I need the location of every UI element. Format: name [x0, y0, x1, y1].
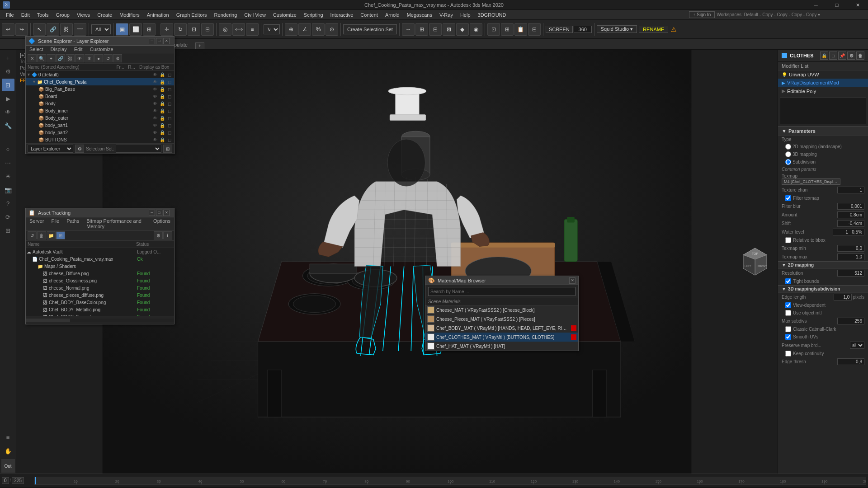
se-close-btn[interactable]: ✕ — [163, 38, 170, 44]
menu-file[interactable]: File — [3, 11, 17, 19]
keep-continuity-checkbox[interactable] — [785, 351, 791, 357]
radio-2d-mapping[interactable] — [785, 144, 791, 150]
scene-explorer-button[interactable]: ⊞ — [501, 23, 514, 36]
at-menu-file[interactable]: File — [47, 217, 63, 230]
filter-texmap-checkbox[interactable] — [785, 195, 791, 201]
se-show-hide-btn[interactable]: 👁 — [75, 54, 84, 62]
minimize-button[interactable]: ─ — [806, 0, 826, 10]
sidebar-display-icon[interactable]: 👁 — [2, 106, 14, 118]
rotate-button[interactable]: ↻ — [174, 23, 187, 36]
bind-to-space-warp-button[interactable]: 〰 — [74, 23, 86, 36]
sidebar-utilities-icon[interactable]: 🔧 — [2, 119, 14, 132]
preserve-map-select[interactable]: all — [850, 342, 864, 349]
shift-input[interactable] — [837, 220, 864, 227]
sidebar-create-icon[interactable]: + — [2, 52, 14, 64]
view-dependent-checkbox[interactable] — [785, 302, 791, 308]
smooth-uvs-checkbox[interactable] — [785, 334, 791, 340]
redo-button[interactable]: ↪ — [15, 23, 28, 36]
radio-subdivision[interactable] — [785, 159, 791, 165]
at-tree[interactable]: ☁Autodesk VaultLogged O...📄Chef_Cooking_… — [26, 248, 174, 316]
se-settings-btn[interactable]: ⚙ — [113, 54, 122, 62]
panel-display-btn[interactable]: □ — [829, 52, 837, 60]
panel-configure-btn[interactable]: ⚙ — [847, 52, 855, 60]
at-minimize-btn[interactable]: ─ — [149, 210, 155, 216]
move-button[interactable]: ✛ — [160, 23, 173, 36]
menu-scripting[interactable]: Scripting — [301, 11, 326, 19]
scale-button[interactable]: ⊡ — [188, 23, 200, 36]
use-object-mtl-checkbox[interactable] — [785, 310, 791, 316]
normal-align-button[interactable]: ⊠ — [443, 23, 455, 36]
at-item-autodesk-vault[interactable]: ☁Autodesk VaultLogged O... — [26, 248, 174, 255]
relative-to-bbox-checkbox[interactable] — [785, 237, 791, 243]
se-menu-display[interactable]: Display — [47, 46, 71, 53]
se-menu-edit[interactable]: Edit — [71, 46, 86, 53]
menu-edit[interactable]: Edit — [18, 11, 33, 19]
menu-vray[interactable]: V-Ray — [436, 11, 456, 19]
at-item-cheese-glossiness-png[interactable]: 🖼cheese_Glossiness.pngFound — [26, 277, 174, 284]
menu-help[interactable]: Help — [457, 11, 474, 19]
mb-item-0[interactable]: Cheese_MAT ( VRayFastSSS2 ) [Cheese_Bloc… — [425, 305, 578, 314]
menu-modifiers[interactable]: Modifiers — [116, 11, 143, 19]
timeline-track[interactable]: 0102030405060708090100110120130140150160… — [34, 477, 866, 485]
align2-button[interactable]: ⊟ — [429, 23, 442, 36]
filter-blur-input[interactable] — [837, 203, 864, 210]
close-button[interactable]: ✕ — [847, 0, 868, 10]
at-item-cheese-diffuse-png[interactable]: 🖼cheese_Diffuse.pngFound — [26, 270, 174, 277]
max-subdivs-input[interactable] — [837, 318, 864, 324]
mirror-button[interactable]: ⟺ — [232, 23, 245, 36]
sidebar-geometry-icon[interactable]: ○ — [2, 143, 14, 155]
add-tab-button[interactable]: + — [195, 42, 204, 49]
layer-manager-button[interactable]: ⊡ — [487, 23, 500, 36]
at-menu-options[interactable]: Options — [150, 217, 174, 230]
modifier-vray-displacement[interactable]: ▶ VRayDisplacementMod — [778, 79, 868, 87]
modifier-unwrap-uvw[interactable]: 💡 Unwrap UVW — [778, 70, 868, 79]
viewport-dropdown[interactable]: View — [264, 24, 280, 34]
at-menu-bitmap[interactable]: Bitmap Performance and Memory — [83, 217, 150, 230]
tree-item-0-(default)[interactable]: ▼🔷0 (default)👁🔒◻ — [26, 71, 174, 78]
sidebar-helpers-icon[interactable]: ? — [2, 197, 14, 210]
amount-input[interactable] — [837, 211, 864, 218]
tree-item-big_pan_base[interactable]: 📦Big_Pan_Base👁🔒◻ — [26, 85, 174, 93]
2d-mapping-header[interactable]: ▼2D mapping — [778, 261, 868, 269]
se-filter-btn[interactable]: ✕ — [28, 54, 37, 62]
resolution-input[interactable] — [837, 270, 864, 277]
menu-megascans[interactable]: Megascans — [404, 11, 435, 19]
mb-close-btn[interactable]: ✕ — [569, 277, 576, 284]
se-sync-btn[interactable]: ↺ — [104, 54, 113, 62]
undo-button[interactable]: ↩ — [2, 23, 14, 36]
menu-civil-view[interactable]: Civil View — [241, 11, 269, 19]
tree-item-body_part2[interactable]: 📦body_part2👁🔒◻ — [26, 129, 174, 136]
classic-catmull-clark-checkbox[interactable] — [785, 326, 791, 332]
sidebar-pan-icon[interactable]: ✋ — [2, 445, 14, 457]
menu-graph-editors[interactable]: Graph Editors — [173, 11, 210, 19]
sidebar-lights-icon[interactable]: ☀ — [2, 170, 14, 183]
edge-length-input[interactable] — [834, 294, 852, 300]
sign-in-button[interactable]: ↑ Sign In — [689, 11, 715, 18]
at-item-cheese-normal-png[interactable]: 🖼cheese_Normal.pngFound — [26, 284, 174, 291]
tight-bounds-checkbox[interactable] — [785, 278, 791, 284]
align-button[interactable]: ≡ — [246, 23, 259, 36]
menu-tools[interactable]: Tools — [34, 11, 52, 19]
tree-item-body_outer[interactable]: 📦Body_outer👁🔒◻ — [26, 114, 174, 122]
use-pivot-button[interactable]: ◎ — [219, 23, 231, 36]
se-tree[interactable]: ▼🔷0 (default)👁🔒◻▼📁Chef_Cooking_Pasta👁🔒◻📦… — [26, 71, 174, 143]
angle-snap-button[interactable]: ∠ — [298, 23, 311, 36]
menu-interactive[interactable]: Interactive — [327, 11, 357, 19]
unlink-selection-button[interactable]: ⛓ — [60, 23, 73, 36]
at-menu-server[interactable]: Server — [26, 217, 47, 230]
menu-customize[interactable]: Customize — [270, 11, 300, 19]
sidebar-systems-icon[interactable]: ⊞ — [2, 224, 14, 237]
mb-item-3[interactable]: Chef_CLOTHES_MAT ( VRayMtl ) [BUTTONS, C… — [425, 333, 578, 342]
sidebar-shapes-icon[interactable]: ⋯ — [2, 156, 14, 169]
at-settings-btn[interactable]: ⚙ — [154, 231, 163, 239]
select-button[interactable]: ▣ — [116, 23, 128, 36]
se-freeze-btn[interactable]: ❄ — [85, 54, 94, 62]
tree-item-body[interactable]: 📦Body👁🔒◻ — [26, 100, 174, 107]
studio-label[interactable]: Squid Studio ▾ — [597, 25, 637, 33]
texmap-button[interactable]: M4 [Chef_CLOTHES_Displacement — [782, 178, 840, 185]
percent-snap-button[interactable]: % — [312, 23, 325, 36]
se-menu-select[interactable]: Select — [26, 46, 47, 53]
at-folder-btn[interactable]: 📁 — [47, 231, 56, 239]
at-menu-paths[interactable]: Paths — [63, 217, 83, 230]
sidebar-hierarchy-icon[interactable]: ⊡ — [2, 79, 14, 91]
